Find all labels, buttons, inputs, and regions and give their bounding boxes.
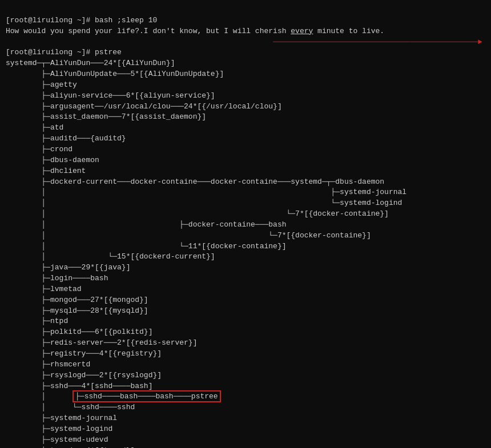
prompt-2: [root@liruilong ~]# (6, 48, 95, 56)
terminal: [root@liruilong ~]# bash ;sleep 10 How w… (6, 5, 485, 448)
cmd-2: pstree (95, 48, 122, 56)
underline-every: every (291, 27, 313, 35)
prompt-line-2: [root@liruilong ~]# pstree (6, 48, 122, 56)
prompt-line-1: [root@liruilong ~]# bash ;sleep 10 (6, 16, 157, 25)
quote-line: How would you spend your life?.I don't k… (6, 27, 384, 35)
tree-systemd: systemd─┬─AliYunDun───24*[{AliYunDun}] ├… (6, 59, 407, 448)
arrow-line: ────────────────────────────────────────… (6, 38, 482, 46)
highlight-row: ├─sshd────bash────bash────pstree (73, 390, 221, 402)
prompt-1: [root@liruilong ~]# (6, 16, 95, 25)
cmd-1: bash ;sleep 10 (95, 16, 157, 25)
